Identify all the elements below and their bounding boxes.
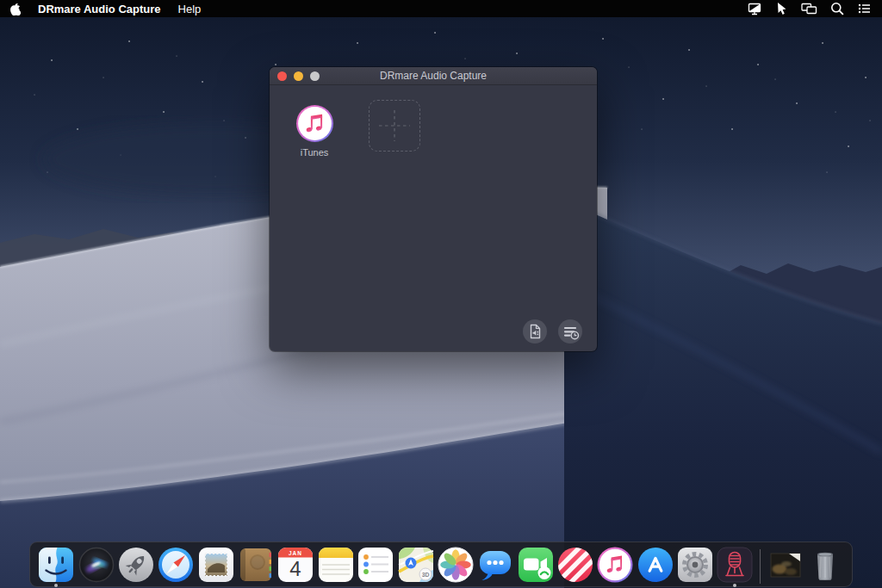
trash-icon: [806, 546, 844, 584]
dock-item-trash[interactable]: [806, 546, 845, 587]
finder-icon: [37, 546, 75, 584]
launchpad-icon: [117, 546, 155, 584]
messages-icon: [476, 546, 514, 584]
zoom-button-disabled[interactable]: [310, 71, 320, 81]
window-body: iTunes: [270, 85, 597, 351]
notification-center-icon[interactable]: [857, 2, 872, 15]
svg-text:3D: 3D: [421, 572, 429, 578]
drmare-audio-capture-icon: [716, 546, 754, 584]
dock-item-reminders[interactable]: [357, 546, 395, 587]
dock-item-drmare-audio-capture[interactable]: [716, 546, 755, 587]
dock-item-mail[interactable]: [196, 546, 235, 587]
svg-text:JAN: JAN: [289, 550, 302, 556]
dock-separator: [760, 549, 761, 584]
audio-file-icon: [523, 319, 547, 344]
dock-item-image-file[interactable]: [767, 546, 805, 587]
itunes-icon: [295, 104, 334, 143]
system-preferences-icon: [676, 546, 714, 584]
spotlight-search-icon[interactable]: [830, 2, 844, 15]
dock-item-system-preferences[interactable]: [676, 546, 715, 587]
itunes-dock-icon: [596, 546, 634, 584]
dock-item-contacts[interactable]: [237, 546, 276, 587]
minimize-button[interactable]: [294, 71, 303, 81]
dock-item-launchpad[interactable]: [117, 546, 156, 587]
apple-menu[interactable]: [0, 3, 29, 15]
history-list-button[interactable]: [558, 319, 582, 344]
dock: JAN 4 3D: [29, 542, 853, 587]
dock-item-notes[interactable]: [316, 546, 355, 587]
dock-item-news[interactable]: [556, 546, 594, 587]
maps-icon: 3D: [397, 546, 435, 584]
running-indicator: [733, 584, 736, 587]
app-store-icon: [637, 546, 674, 584]
menu-bar: DRmare Audio Capture Help: [0, 0, 882, 17]
image-file-icon: [767, 546, 804, 584]
safari-icon: [157, 546, 195, 584]
apple-logo-icon: [9, 3, 21, 15]
dock-item-messages[interactable]: [476, 546, 515, 587]
menubar-app-name[interactable]: DRmare Audio Capture: [29, 3, 170, 15]
mail-icon: [197, 546, 235, 584]
history-list-icon: [558, 319, 582, 344]
display-icon[interactable]: [748, 2, 762, 15]
notes-icon: [317, 546, 355, 584]
dock-item-photos[interactable]: [436, 546, 475, 587]
pointer-icon[interactable]: [775, 2, 788, 15]
siri-icon: [78, 546, 115, 584]
menu-help[interactable]: Help: [170, 3, 210, 15]
drmare-window: DRmare Audio Capture iTunes: [270, 67, 597, 351]
dock-item-maps[interactable]: 3D: [396, 546, 435, 587]
add-source-tile[interactable]: [369, 100, 420, 152]
photos-icon: [437, 546, 475, 584]
calendar-icon: JAN 4: [276, 546, 314, 584]
dock-item-calendar[interactable]: JAN 4: [276, 546, 315, 587]
dock-item-facetime[interactable]: [516, 546, 555, 587]
screen-mirroring-icon[interactable]: [801, 2, 817, 15]
source-item-itunes[interactable]: iTunes: [287, 104, 342, 158]
running-indicator: [54, 584, 58, 587]
dock-item-itunes[interactable]: [596, 546, 635, 587]
dock-item-finder[interactable]: [37, 546, 76, 587]
source-label: iTunes: [287, 147, 342, 158]
dock-item-safari[interactable]: [157, 546, 196, 587]
contacts-icon: [237, 546, 275, 584]
plus-icon: [377, 108, 412, 143]
dock-item-app-store[interactable]: [636, 546, 674, 587]
close-button[interactable]: [277, 71, 287, 81]
reminders-icon: [357, 546, 394, 584]
news-icon: [556, 546, 594, 584]
window-titlebar[interactable]: DRmare Audio Capture: [270, 67, 597, 85]
dock-item-siri[interactable]: [77, 546, 115, 587]
facetime-icon: [517, 546, 555, 584]
svg-text:4: 4: [290, 557, 301, 580]
output-format-button[interactable]: [523, 319, 547, 344]
